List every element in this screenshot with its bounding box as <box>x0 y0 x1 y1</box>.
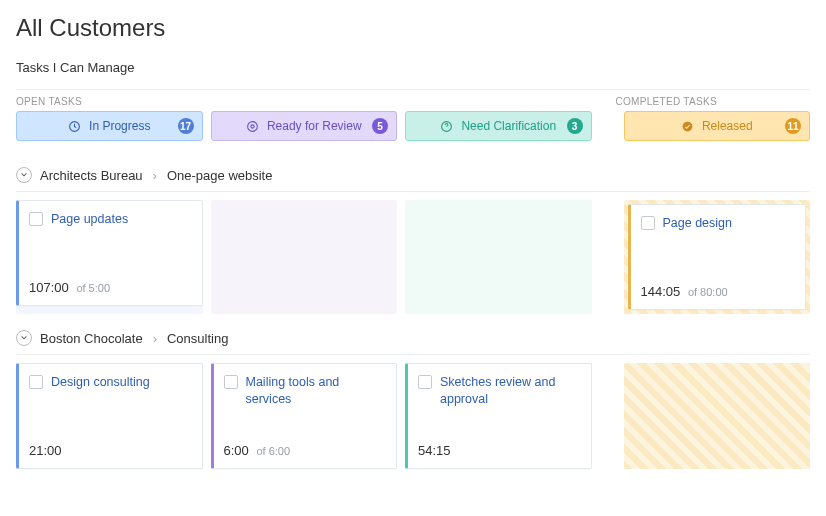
task-time: 54:15 <box>418 443 579 458</box>
column-in-progress[interactable]: In Progress 17 <box>16 111 203 141</box>
task-checkbox[interactable] <box>641 216 655 230</box>
group: Boston Chocolate › Consulting Design con… <box>16 324 810 469</box>
task-card[interactable]: Design consulting 21:00 <box>16 363 203 469</box>
task-title[interactable]: Page updates <box>51 211 128 228</box>
group: Architects Bureau › One-page website Pag… <box>16 161 810 314</box>
column-count: 17 <box>178 118 194 134</box>
open-tasks-label: OPEN TASKS <box>16 96 600 107</box>
check-circle-icon <box>681 120 694 133</box>
chevron-right-icon: › <box>153 331 157 346</box>
task-title[interactable]: Page design <box>663 215 733 232</box>
column-label: Ready for Review <box>267 119 362 133</box>
task-title[interactable]: Sketches review and approval <box>440 374 579 408</box>
group-customer[interactable]: Architects Bureau <box>40 168 143 183</box>
expand-toggle[interactable] <box>16 330 32 346</box>
group-header: Boston Chocolate › Consulting <box>16 324 810 355</box>
task-time: 144:05 of 80:00 <box>641 284 794 299</box>
svg-point-4 <box>683 121 693 131</box>
task-checkbox[interactable] <box>224 375 238 389</box>
task-title[interactable]: Mailing tools and services <box>246 374 385 408</box>
eye-icon <box>246 120 259 133</box>
column-released[interactable]: Released 11 <box>624 111 811 141</box>
group-project[interactable]: One-page website <box>167 168 273 183</box>
chevron-right-icon: › <box>153 168 157 183</box>
slot-released-empty <box>624 363 811 469</box>
svg-point-1 <box>248 121 258 131</box>
svg-point-2 <box>251 124 254 127</box>
task-checkbox[interactable] <box>29 375 43 389</box>
subtitle: Tasks I Can Manage <box>16 60 810 75</box>
column-count: 3 <box>567 118 583 134</box>
slot-review-empty <box>211 200 398 314</box>
task-checkbox[interactable] <box>29 212 43 226</box>
column-label: In Progress <box>89 119 150 133</box>
task-card[interactable]: Sketches review and approval 54:15 <box>405 363 592 469</box>
group-project[interactable]: Consulting <box>167 331 228 346</box>
column-count: 5 <box>372 118 388 134</box>
clock-icon <box>68 120 81 133</box>
task-checkbox[interactable] <box>418 375 432 389</box>
task-card[interactable]: Page updates 107:00 of 5:00 <box>16 200 203 306</box>
slot-clarify: Sketches review and approval 54:15 <box>405 363 592 469</box>
question-icon <box>440 120 453 133</box>
slot-review: Mailing tools and services 6:00 of 6:00 <box>211 363 398 469</box>
task-time: 21:00 <box>29 443 190 458</box>
group-header: Architects Bureau › One-page website <box>16 161 810 192</box>
task-card[interactable]: Mailing tools and services 6:00 of 6:00 <box>211 363 398 469</box>
column-label: Released <box>702 119 753 133</box>
slot-released: Page design 144:05 of 80:00 <box>624 200 811 314</box>
slot-in-progress: Page updates 107:00 of 5:00 <box>16 200 203 314</box>
page-title: All Customers <box>16 14 810 42</box>
group-customer[interactable]: Boston Chocolate <box>40 331 143 346</box>
task-time: 6:00 of 6:00 <box>224 443 385 458</box>
column-ready-for-review[interactable]: Ready for Review 5 <box>211 111 398 141</box>
column-need-clarification[interactable]: Need Clarification 3 <box>405 111 592 141</box>
expand-toggle[interactable] <box>16 167 32 183</box>
task-title[interactable]: Design consulting <box>51 374 150 391</box>
completed-tasks-label: COMPLETED TASKS <box>616 96 811 107</box>
task-card[interactable]: Page design 144:05 of 80:00 <box>628 204 807 310</box>
column-label: Need Clarification <box>461 119 556 133</box>
column-count: 11 <box>785 118 801 134</box>
task-time: 107:00 of 5:00 <box>29 280 190 295</box>
slot-in-progress: Design consulting 21:00 <box>16 363 203 469</box>
slot-clarify-empty <box>405 200 592 314</box>
